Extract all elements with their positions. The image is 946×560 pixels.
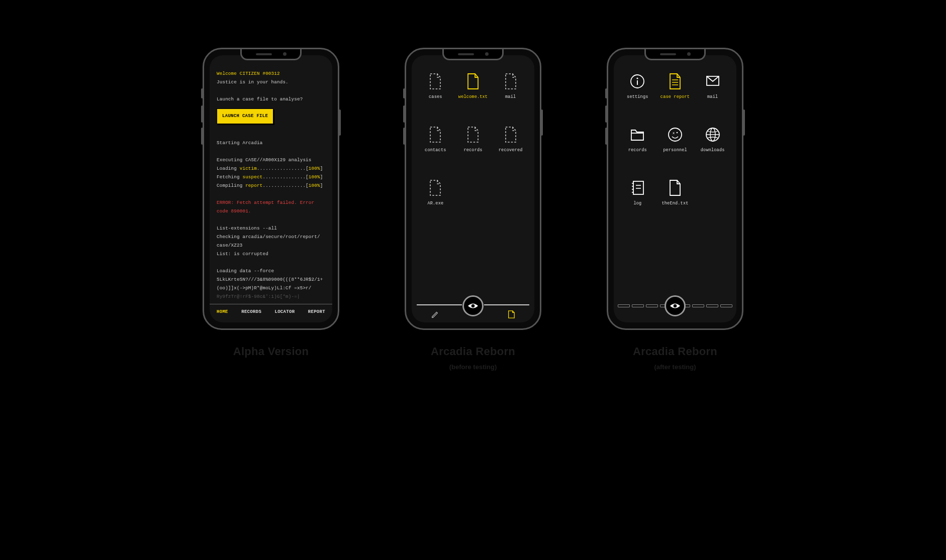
nav-home[interactable]: HOME (217, 309, 228, 314)
file-icon (465, 72, 481, 90)
fetching-suspect-line: Fetching suspect...............[100%] (217, 173, 325, 181)
launch-case-file-button[interactable]: LAUNCH CASE FILE (217, 108, 273, 124)
app-case-report[interactable]: case report (660, 72, 690, 116)
mail-icon (705, 72, 720, 90)
eye-icon (670, 302, 681, 309)
caption-alpha: Alpha Version (233, 345, 309, 358)
pencil-icon (431, 310, 439, 318)
app-mail[interactable]: mail (503, 72, 518, 116)
smiley-icon (668, 126, 683, 144)
app-records[interactable]: records (463, 126, 482, 169)
file-icon (507, 310, 515, 318)
phone-alpha: Welcome CITIZEN #00312 Justice is in you… (203, 48, 339, 330)
error-line-2: code 890001. (217, 207, 325, 215)
file-lines-icon (668, 72, 683, 90)
force-line-3: (oo)]]x(->pM)R*@moLy)Ll:Cf =x5>r/ (217, 284, 325, 292)
eye-icon (467, 302, 479, 309)
app-ar-exe[interactable]: AR.exe (427, 179, 443, 222)
file-dashed-icon (503, 126, 518, 144)
tagline: Justice is in your hands. (217, 78, 325, 86)
app-downloads[interactable]: downloads (701, 126, 725, 169)
terminal-output: Welcome CITIZEN #00312 Justice is in you… (210, 55, 332, 304)
error-line-1: ERROR: Fetch attempt failed. Error (217, 198, 325, 207)
app-the-end-txt[interactable]: theEnd.txt (661, 179, 688, 222)
nav-bar: HOME RECORDS LOCATOR REPORT (210, 304, 332, 322)
globe-icon (705, 126, 720, 144)
file-dashed-icon (428, 72, 443, 90)
ext-line-3: case/XZ23 (217, 241, 325, 250)
app-welcome-txt[interactable]: welcome.txt (458, 72, 488, 116)
phone-reborn-before: cases welcome.txt mail contacts (405, 48, 541, 330)
files-button[interactable] (507, 310, 515, 321)
eye-button[interactable] (665, 295, 686, 316)
app-mail[interactable]: mail (705, 72, 720, 116)
app-recovered[interactable]: recovered (499, 126, 523, 169)
exec-line: Executing CASE//AR00X129 analysis (217, 156, 325, 164)
file-dashed-icon (428, 179, 443, 197)
ext-line-1: List-extensions --all (217, 224, 325, 233)
eye-button[interactable] (462, 295, 484, 316)
nav-locator[interactable]: LOCATOR (274, 309, 295, 314)
bottom-bar (412, 296, 534, 322)
app-settings[interactable]: settings (627, 72, 648, 116)
starting-line: Starting Arcadia (217, 139, 325, 147)
segment-bar-left (618, 304, 672, 307)
welcome-line: Welcome CITIZEN #00312 (217, 69, 325, 78)
file-dashed-icon (503, 72, 518, 90)
file-dashed-icon (465, 126, 481, 144)
bottom-bar (614, 296, 736, 322)
ext-line-4: List: is corrupted (217, 250, 325, 258)
nav-records[interactable]: RECORDS (241, 309, 261, 314)
force-line-4: Ry9fzTr@!rF$-98c&':1)G[*m)-=| (217, 292, 325, 301)
loading-victim-line: Loading victim.................[100%] (217, 164, 325, 173)
launch-prompt: Launch a case file to analyse? (217, 95, 325, 103)
file-dashed-icon (428, 126, 443, 144)
phone-reborn-after: settings case report mail records (607, 48, 743, 330)
nav-report[interactable]: REPORT (308, 309, 325, 314)
caption-reborn-after: Arcadia Reborn (after testing) (633, 345, 717, 371)
info-icon (630, 72, 645, 90)
app-records[interactable]: records (628, 126, 647, 169)
app-cases[interactable]: cases (428, 72, 443, 116)
force-line-2: SLkLKrteSN?///3&8%09000(((8**6JR$2/1+ (217, 275, 325, 284)
file-icon (668, 179, 683, 197)
compiling-report-line: Compiling report...............[100%] (217, 181, 325, 190)
notebook-icon (630, 179, 645, 197)
caption-reborn-before: Arcadia Reborn (before testing) (431, 345, 515, 371)
app-log[interactable]: log (630, 179, 645, 222)
folder-icon (630, 126, 645, 144)
app-contacts[interactable]: contacts (425, 126, 446, 169)
force-line-1: Loading data --force (217, 267, 325, 275)
segment-bar-right (678, 304, 732, 307)
app-personnel[interactable]: personnel (663, 126, 687, 169)
edit-button[interactable] (431, 310, 439, 321)
ext-line-2: Checking arcadia/secure/root/report/ (217, 233, 325, 241)
